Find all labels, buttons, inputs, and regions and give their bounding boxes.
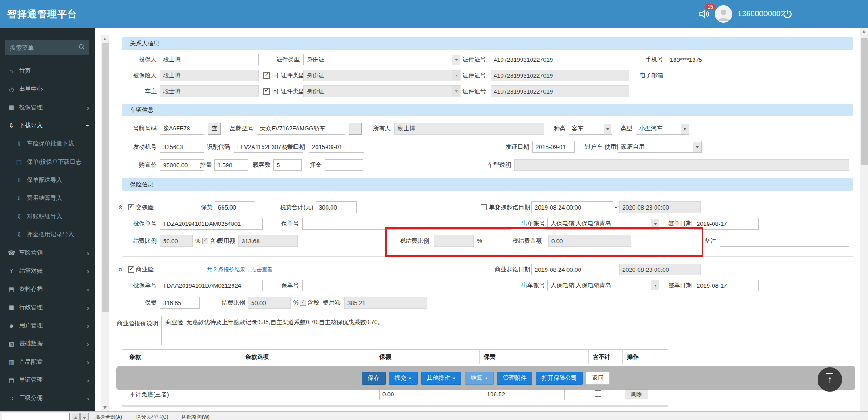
scroll-to-top-button[interactable]: ↑ bbox=[818, 367, 842, 392]
sy-account-select[interactable]: 人保电销|人保电销青岛 bbox=[547, 280, 660, 291]
sy-quote-results-link[interactable]: 共 2 条报价结果，点击查看 bbox=[207, 264, 273, 275]
cert-type-select[interactable]: 身份证 bbox=[303, 54, 461, 65]
issue-date-input[interactable] bbox=[532, 141, 575, 153]
content-left-scrollbar[interactable] bbox=[101, 35, 109, 411]
displacement-input[interactable] bbox=[214, 159, 248, 171]
sidebar-item-download-import[interactable]: ⇩下载导入› bbox=[0, 116, 95, 135]
sidebar-item-delivery-import[interactable]: ⇩保单配送导入 bbox=[0, 171, 95, 189]
sidebar-item-marketing[interactable]: ☎车险营销› bbox=[0, 244, 95, 262]
open-insurer-button[interactable]: 打开保险公司 bbox=[536, 372, 583, 385]
jq-period-start-input[interactable] bbox=[531, 201, 613, 213]
seats-input[interactable] bbox=[273, 159, 302, 171]
plate-query-button[interactable]: 查 bbox=[208, 123, 221, 135]
sidebar-item-fee-settle-import[interactable]: ⇩费用结算导入 bbox=[0, 189, 95, 207]
match-case-toggle[interactable]: 区分大小写(C) bbox=[136, 412, 168, 420]
scrollbar-thumb[interactable] bbox=[102, 43, 109, 312]
jq-taxfee-label: 税结费金额 bbox=[483, 235, 542, 247]
jq-separate-checkbox[interactable] bbox=[481, 204, 487, 210]
collapse-icon[interactable]: « bbox=[116, 202, 126, 212]
scroll-up-icon[interactable] bbox=[862, 30, 866, 33]
sy-enabled-checkbox[interactable] bbox=[128, 266, 134, 273]
jq-appno-input[interactable] bbox=[160, 218, 263, 230]
sidebar-item-product-config[interactable]: ▥产品配置› bbox=[0, 353, 95, 371]
cert-no-input[interactable] bbox=[491, 54, 629, 65]
jq-tax-input[interactable] bbox=[316, 201, 357, 213]
usage-select[interactable]: 家庭自用 bbox=[618, 141, 702, 153]
email-input[interactable] bbox=[667, 70, 738, 81]
applicant-input[interactable] bbox=[160, 54, 259, 65]
sidebar-item-policy-mgmt[interactable]: ▤投保管理› bbox=[0, 98, 95, 116]
logout-power-icon[interactable] bbox=[782, 9, 793, 21]
search-icon[interactable] bbox=[79, 44, 85, 52]
deposit-input[interactable] bbox=[325, 159, 363, 171]
page-scrollbar[interactable] bbox=[860, 28, 868, 420]
transfer-checkbox[interactable] bbox=[577, 144, 583, 150]
jq-premium-input[interactable] bbox=[215, 201, 255, 213]
sidebar-item-settlement[interactable]: ¥结算对账› bbox=[0, 262, 95, 280]
dropdown-arrow-icon[interactable] bbox=[651, 219, 659, 229]
jq-enabled-checkbox[interactable] bbox=[128, 204, 134, 210]
jq-account-select[interactable]: 人保电销|人保电销青岛 bbox=[547, 218, 660, 230]
whole-words-toggle[interactable]: 匹配整词(W) bbox=[182, 412, 210, 420]
save-button[interactable]: 保存 bbox=[362, 372, 386, 385]
user-phone[interactable]: 13600000002 bbox=[738, 0, 785, 28]
sidebar-item-issue-center[interactable]: ◷出单中心 bbox=[0, 80, 95, 98]
plate-input[interactable] bbox=[160, 123, 204, 135]
first-reg-input[interactable] bbox=[309, 141, 364, 153]
sidebar-item-archive[interactable]: ▤资料存档› bbox=[0, 280, 95, 298]
dropdown-arrow-icon[interactable] bbox=[604, 124, 611, 134]
sidebar-item-users[interactable]: ☻用户管理› bbox=[0, 316, 95, 335]
sidebar-item-doc-mgmt[interactable]: ▤单证管理› bbox=[0, 371, 95, 389]
scroll-up-icon[interactable] bbox=[103, 38, 107, 40]
sidebar-item-home[interactable]: ⌂首页 bbox=[0, 62, 95, 80]
type-select[interactable]: 小型汽车 bbox=[636, 123, 689, 135]
back-button[interactable]: 返回 bbox=[586, 372, 610, 385]
scroll-down-icon[interactable] bbox=[103, 406, 107, 409]
avatar[interactable] bbox=[715, 5, 732, 23]
find-input[interactable] bbox=[2, 413, 70, 420]
brand-input[interactable] bbox=[257, 123, 345, 135]
dropdown-arrow-icon[interactable] bbox=[693, 142, 701, 152]
sy-note-textarea[interactable]: 商业险: 无赔款优待及上年赔款记录0.85,自主渠道系数0.70,自主核保优惠系… bbox=[161, 316, 849, 345]
sidebar-item-admin[interactable]: ▦行政管理› bbox=[0, 298, 95, 316]
scrollbar-thumb[interactable] bbox=[861, 38, 868, 165]
dropdown-arrow-icon[interactable] bbox=[681, 124, 689, 134]
sy-policyno-input[interactable] bbox=[302, 280, 511, 291]
sidebar-item-batch-download[interactable]: ⇓车险保单批量下载 bbox=[0, 135, 95, 153]
highlight-all-toggle[interactable]: 高亮全部(A) bbox=[95, 412, 122, 420]
column-divider bbox=[479, 350, 480, 364]
dropdown-arrow-icon[interactable] bbox=[651, 280, 659, 290]
sy-period-start-input[interactable] bbox=[531, 264, 613, 275]
other-actions-button[interactable]: 其他操作▲ bbox=[421, 372, 462, 385]
search-input[interactable] bbox=[9, 44, 79, 52]
sy-premium-input[interactable] bbox=[160, 297, 200, 309]
sy-signdate-input[interactable] bbox=[694, 280, 759, 291]
collapse-icon[interactable]: « bbox=[116, 265, 126, 275]
submit-button[interactable]: 提交▲ bbox=[389, 372, 418, 385]
sidebar-item-commission[interactable]: ∷三级分佣› bbox=[0, 389, 95, 407]
jq-signdate-input[interactable] bbox=[694, 218, 759, 230]
deductible-checkbox[interactable] bbox=[595, 390, 601, 397]
settle-button[interactable]: 结算▲ bbox=[465, 372, 494, 385]
kind-select[interactable]: 客车 bbox=[569, 123, 612, 135]
same-as-applicant-checkbox[interactable] bbox=[263, 88, 270, 95]
notification-badge[interactable]: 15 bbox=[705, 4, 716, 10]
page: 智择通管理平台 15 13600000002 ⌂首页 ◷出单中心 ▤投保管理› … bbox=[0, 0, 868, 420]
jq-tax-label: 税费合计(元) bbox=[273, 201, 313, 213]
sidebar-item-download-log[interactable]: ▤保单/投保单下载日志 bbox=[0, 153, 95, 171]
sidebar-item-deposit-import[interactable]: ⇩押金抵用记录导入 bbox=[0, 225, 95, 244]
jq-policyno-input[interactable] bbox=[302, 218, 511, 230]
sidebar-item-label: 车险营销 bbox=[19, 249, 43, 257]
sy-appno-input[interactable] bbox=[160, 280, 263, 291]
delete-row-button[interactable]: 删除 bbox=[625, 389, 648, 399]
find-next-button[interactable] bbox=[80, 413, 89, 420]
brand-more-button[interactable]: ... bbox=[349, 123, 362, 135]
sidebar-item-base-data[interactable]: ▧基础数据› bbox=[0, 335, 95, 353]
same-as-applicant-checkbox[interactable] bbox=[263, 72, 270, 79]
manage-attachments-button[interactable]: 管理附件 bbox=[497, 372, 532, 385]
phone-input[interactable] bbox=[667, 54, 738, 65]
document-icon: ▤ bbox=[7, 377, 16, 384]
jq-remark-input[interactable] bbox=[720, 235, 849, 247]
sidebar-item-recon-detail-import[interactable]: ⇩对账明细导入 bbox=[0, 207, 95, 225]
find-prev-button[interactable] bbox=[72, 413, 80, 420]
